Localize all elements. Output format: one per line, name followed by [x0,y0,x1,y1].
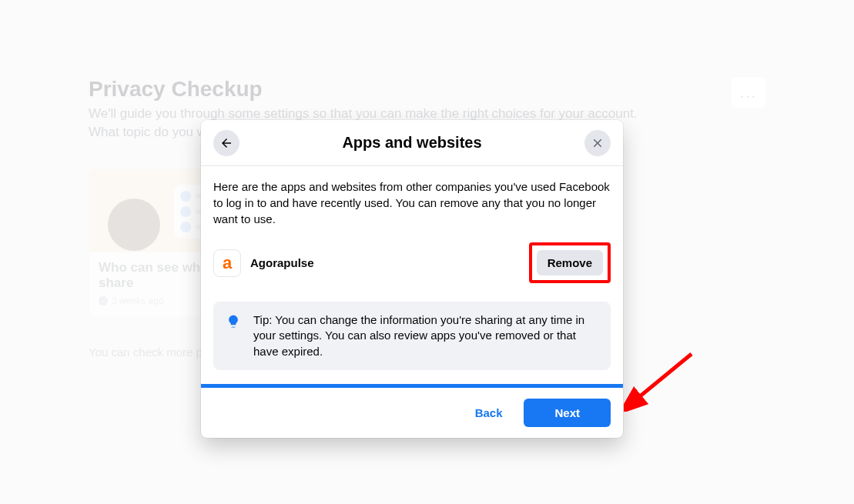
remove-app-button[interactable]: Remove [537,250,603,275]
modal-title: Apps and websites [342,134,481,152]
tip-text: Tip: You can change the information you'… [253,312,598,359]
back-button[interactable]: Back [469,400,509,426]
app-row: a Agorapulse Remove [213,242,611,283]
remove-highlight-annotation: Remove [529,242,611,283]
modal-description: Here are the apps and websites from othe… [213,179,611,227]
modal-close-button[interactable] [584,130,611,156]
tip-box: Tip: You can change the information you'… [213,302,611,370]
modal-back-button[interactable] [213,130,239,156]
app-icon: a [213,249,241,277]
app-name: Agorapulse [250,256,529,269]
arrow-left-icon [219,136,233,150]
modal-footer: Back Next [201,388,623,438]
next-button[interactable]: Next [524,399,611,427]
lightbulb-icon [226,314,241,359]
close-icon [591,136,604,150]
modal-header: Apps and websites [201,120,623,166]
apps-websites-modal: Apps and websites Here are the apps and … [201,120,623,438]
modal-body: Here are the apps and websites from othe… [201,166,623,384]
